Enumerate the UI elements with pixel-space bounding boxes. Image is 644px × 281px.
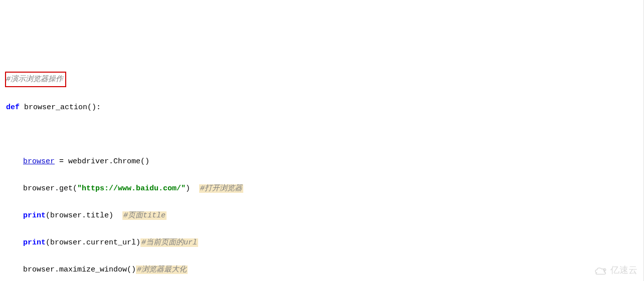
code-text: (browser.title) [46, 211, 122, 220]
code-text: = webdriver.Chrome() [55, 157, 149, 166]
comment-maximize: #浏览器最大化 [136, 265, 188, 274]
keyword-def: def [6, 103, 20, 112]
func-name: browser_action(): [20, 103, 101, 112]
code-text: ) [186, 184, 199, 193]
browser-link[interactable]: browser [23, 157, 55, 166]
code-text: browser.maximize_window() [23, 265, 136, 274]
cloud-icon [593, 265, 608, 275]
comment-demo: #演示浏览器操作 [6, 75, 63, 84]
keyword-print: print [23, 238, 46, 247]
highlighted-comment-box: #演示浏览器操作 [5, 72, 66, 87]
comment-title: #页面title [122, 211, 167, 220]
watermark: 亿速云 [593, 263, 637, 277]
watermark-text: 亿速云 [610, 263, 637, 277]
code-editor[interactable]: #演示浏览器操作 def browser_action(): browser =… [6, 58, 643, 281]
comment-url: #当前页面的url [140, 238, 198, 247]
string-url: "https://www.baidu.com/" [77, 184, 186, 193]
keyword-print: print [23, 211, 46, 220]
code-text: (browser.current_url) [46, 238, 140, 247]
comment-open-browser: #打开浏览器 [199, 184, 243, 193]
code-text: browser.get( [23, 184, 77, 193]
